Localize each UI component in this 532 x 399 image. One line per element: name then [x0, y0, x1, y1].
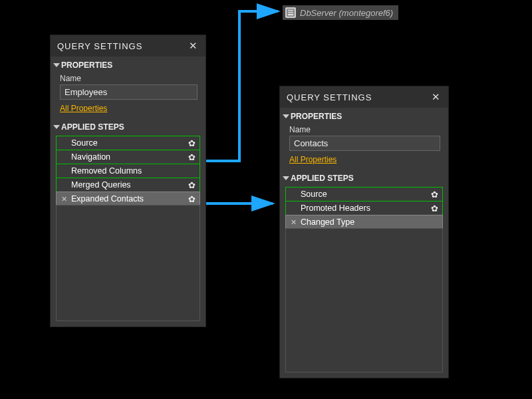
properties-header[interactable]: PROPERTIES [280, 108, 448, 124]
close-icon[interactable]: ✕ [188, 41, 199, 51]
panel-title: QUERY SETTINGS ✕ [51, 35, 205, 57]
step-label: Changed Type [298, 217, 440, 227]
query-settings-panel-right: QUERY SETTINGS ✕ PROPERTIES Name All Pro… [279, 86, 449, 378]
step-label: Merged Queries [68, 180, 186, 190]
name-field[interactable] [60, 84, 198, 100]
gear-icon[interactable]: ✿ [186, 194, 197, 204]
step-label: Source [68, 138, 186, 148]
chevron-down-icon [283, 114, 289, 118]
chevron-down-icon [283, 176, 289, 180]
step-label: Expanded Contacts [68, 194, 186, 203]
step-row[interactable]: Navigation ✿ [56, 150, 200, 164]
applied-steps-list: Source ✿ Promoted Headers ✿ ✕ Changed Ty… [280, 186, 448, 378]
steps-empty-area [56, 205, 200, 321]
all-properties-link[interactable]: All Properties [60, 104, 107, 113]
properties-header[interactable]: PROPERTIES [51, 57, 205, 72]
step-label: Removed Columns [68, 166, 197, 176]
name-label: Name [60, 74, 198, 83]
gear-icon[interactable]: ✿ [429, 203, 440, 213]
breadcrumb[interactable]: DbServer (montegoref6) [283, 5, 398, 20]
name-label: Name [289, 125, 440, 134]
gear-icon[interactable]: ✿ [186, 138, 197, 148]
name-field[interactable] [289, 136, 440, 151]
steps-empty-area [285, 228, 443, 372]
applied-steps-header[interactable]: APPLIED STEPS [280, 170, 448, 186]
step-row[interactable]: Source ✿ [285, 187, 443, 201]
step-row[interactable]: Merged Queries ✿ [56, 178, 200, 192]
step-row[interactable]: Removed Columns [56, 164, 200, 178]
step-row[interactable]: Source ✿ [56, 136, 200, 150]
all-properties-link[interactable]: All Properties [289, 155, 336, 164]
gear-icon[interactable]: ✿ [429, 189, 440, 200]
delete-step-icon[interactable]: ✕ [289, 218, 298, 227]
breadcrumb-label: DbServer (montegoref6) [300, 8, 393, 18]
panel-title: QUERY SETTINGS ✕ [280, 86, 448, 108]
query-settings-panel-left: QUERY SETTINGS ✕ PROPERTIES Name All Pro… [50, 35, 206, 327]
gear-icon[interactable]: ✿ [186, 152, 197, 162]
step-row[interactable]: ✕ Expanded Contacts ✿ [56, 192, 200, 206]
chevron-down-icon [53, 63, 60, 67]
panel-title-text: QUERY SETTINGS [287, 92, 372, 102]
database-icon [285, 7, 296, 18]
chevron-down-icon [53, 125, 60, 129]
applied-steps-header[interactable]: APPLIED STEPS [51, 118, 205, 134]
applied-steps-list: Source ✿ Navigation ✿ Removed Columns Me… [51, 134, 205, 327]
svg-rect-0 [287, 9, 294, 16]
step-label: Promoted Headers [298, 203, 429, 213]
close-icon[interactable]: ✕ [431, 92, 442, 102]
step-label: Source [298, 190, 429, 199]
step-row[interactable]: Promoted Headers ✿ [285, 201, 443, 215]
delete-step-icon[interactable]: ✕ [59, 195, 68, 203]
step-label: Navigation [68, 152, 186, 162]
gear-icon[interactable]: ✿ [186, 180, 197, 190]
step-row[interactable]: ✕ Changed Type [285, 215, 443, 229]
panel-title-text: QUERY SETTINGS [57, 41, 142, 51]
